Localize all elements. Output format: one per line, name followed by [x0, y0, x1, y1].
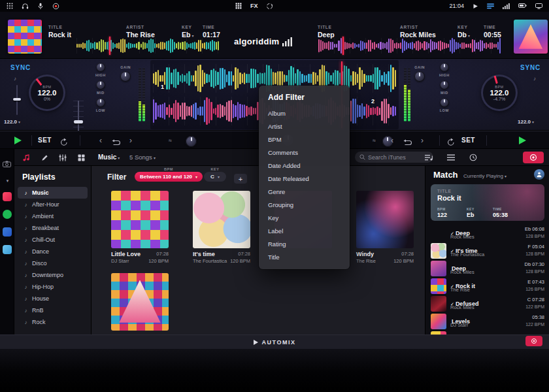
headphones-icon[interactable] [22, 3, 29, 10]
match-row[interactable]: ✓It's time The Fourtastica F 05:04 128 B… [425, 242, 549, 260]
playlist-item-music[interactable]: ♪Music [18, 187, 88, 199]
source-library-icon[interactable] [3, 192, 12, 201]
playlist-item[interactable]: ♪Breakbeat [18, 222, 88, 234]
match-mode-dropdown[interactable]: Currently Playing▾ [463, 173, 507, 179]
deck-a-loop-halve-button[interactable]: ‹ [99, 137, 102, 144]
signal-bars-icon[interactable] [503, 3, 510, 9]
deck-a-filter-knob[interactable] [186, 136, 197, 147]
deck-b-bpm-dial[interactable]: BPM 122.0 -4.7% [481, 74, 518, 111]
match-row[interactable]: ✓Rock it The Rise E 07:43 126 BPM [425, 278, 549, 295]
display-icon[interactable] [535, 3, 542, 9]
search-input[interactable] [368, 154, 429, 161]
source-itunes-icon[interactable] [3, 227, 12, 237]
menu-item-bpm[interactable]: BPM [259, 133, 350, 146]
playlist-item[interactable]: ♪Disco [18, 257, 88, 269]
list-view-button[interactable] [444, 152, 458, 163]
sync-status-icon[interactable] [266, 3, 273, 10]
history-view-button[interactable] [467, 152, 480, 163]
deck-a-high-knob[interactable] [96, 63, 105, 72]
menu-item-rating[interactable]: Rating [259, 238, 350, 251]
deck-b-loop-double-button[interactable]: › [421, 137, 424, 144]
playlist-item[interactable]: ♪Hip-Hop [18, 281, 88, 293]
deck-b-set-cue-button[interactable]: SET [461, 137, 475, 144]
deck-b-gain-knob[interactable] [414, 71, 425, 82]
deck-b-sync-button[interactable]: SYNC [520, 64, 541, 71]
queue-view-button[interactable] [422, 152, 435, 163]
playlist-item[interactable]: ♪Chill-Out [18, 234, 88, 246]
deck-a-mid-knob[interactable] [96, 80, 105, 90]
menu-item-genre[interactable]: Genre [259, 186, 350, 199]
match-row[interactable]: Deep Rock Miles Db 07:30 128 BPM [425, 260, 549, 278]
deck-a-overview-waveform[interactable] [76, 38, 219, 54]
match-row[interactable]: ✓Defused Rock Miles C 07:28 122 BPM [425, 295, 549, 313]
playlist-item[interactable]: ♪House [18, 293, 88, 304]
deck-a-cue-button[interactable] [60, 137, 68, 148]
grid-status-icon[interactable] [235, 3, 242, 9]
source-spotify-icon[interactable] [3, 210, 12, 219]
deck-b-bpm-selector[interactable]: 122.0▾ [518, 119, 534, 125]
deck-b-overview-waveform[interactable] [318, 38, 501, 54]
library-tab-grid[interactable] [75, 152, 88, 163]
deck-a-key-field[interactable]: KEY Eb▾ [182, 25, 193, 39]
deck-a-bpm-dial[interactable]: BPM 122.0 0% [29, 74, 65, 111]
user-avatar[interactable] [534, 169, 544, 180]
menu-item-album[interactable]: Album [259, 107, 350, 120]
key-filter-chip[interactable]: C▾ [204, 172, 226, 182]
deck-b-cue-button[interactable] [447, 137, 455, 148]
fx-status-item[interactable]: FX [250, 3, 258, 9]
playlist-item[interactable]: ♪Rock [18, 316, 88, 328]
playlist-item[interactable]: ♪Downtempo [18, 269, 88, 281]
automix-bar[interactable]: AUTOMIX [0, 335, 549, 349]
playlist-item[interactable]: ♪After-Hour [18, 199, 88, 210]
deck-a-keylock-slider[interactable] [16, 85, 18, 115]
collapse-chevron-icon[interactable]: ▾ [7, 178, 9, 184]
deck-b-loop-button[interactable] [403, 137, 412, 149]
song-count-dropdown[interactable]: 5 Songs▾ [129, 154, 156, 161]
menu-item-key[interactable]: Key [259, 212, 350, 225]
search-field[interactable] [355, 152, 433, 163]
deck-a-set-cue-button[interactable]: SET [38, 137, 52, 144]
deck-a-gain-knob[interactable] [120, 71, 131, 82]
deck-a-bpm-selector[interactable]: 122.0▾ [4, 119, 20, 125]
deck-a-sync-button[interactable]: SYNC [10, 64, 31, 71]
menu-item-label[interactable]: Label [259, 225, 350, 238]
play-status-icon[interactable] [473, 3, 478, 9]
menu-item-title[interactable]: Title [259, 251, 350, 264]
playlist-item[interactable]: ♪Dance [18, 246, 88, 257]
menu-item-artist[interactable]: Artist [259, 120, 350, 133]
library-tab-edit[interactable] [38, 152, 51, 163]
library-source-dropdown[interactable]: Music▾ [98, 154, 120, 161]
deck-b-high-knob[interactable] [440, 63, 449, 72]
playlist-item[interactable]: ♪RnB [18, 304, 88, 316]
camera-button[interactable] [3, 158, 11, 170]
add-filter-button[interactable]: + [234, 174, 247, 184]
menu-item-grouping[interactable]: Grouping [259, 199, 350, 212]
match-row[interactable]: Levels DJ Starr 05:38 122 BPM [425, 313, 549, 331]
bpm-filter-chip[interactable]: Between 110 and 120▾ [135, 172, 203, 182]
menu-item-date-added[interactable]: Date Added [259, 159, 350, 172]
match-view-button[interactable] [523, 152, 544, 163]
album-tile[interactable]: Windy07:28 The Rise120 BPM [356, 191, 414, 264]
deck-b-play-button[interactable] [519, 137, 526, 144]
menu-item-date-released[interactable]: Date Released [259, 172, 350, 186]
record-status-icon[interactable] [52, 3, 59, 10]
microphone-icon[interactable] [37, 3, 44, 10]
match-row[interactable]: ✓Deep Rock Miles Eb 06:08 128 BPM [425, 225, 549, 242]
deck-b-key-field[interactable]: KEY Db▾ [458, 25, 470, 39]
source-files-icon[interactable] [3, 245, 12, 254]
menu-lines-icon[interactable] [487, 3, 494, 9]
menu-item-comments[interactable]: Comments [259, 146, 350, 159]
playlist-item[interactable]: ♪Ambient [18, 210, 88, 222]
deck-a-loop-button[interactable] [111, 137, 121, 149]
record-button[interactable] [525, 336, 542, 346]
library-tab-sliders[interactable] [56, 152, 69, 163]
deck-a-play-button[interactable] [14, 137, 22, 144]
album-tile[interactable]: It's time07:28 The Fourtastica120 BPM [193, 191, 250, 264]
deck-b-low-knob[interactable] [440, 98, 449, 107]
album-tile[interactable] [111, 273, 169, 331]
deck-b-mid-knob[interactable] [440, 80, 449, 90]
library-tab-music[interactable] [20, 152, 33, 163]
album-tile[interactable]: Little Love07:28 DJ Starr120 BPM [111, 191, 169, 264]
deck-a-low-knob[interactable] [96, 98, 105, 107]
deck-a-loop-double-button[interactable]: › [129, 137, 132, 144]
